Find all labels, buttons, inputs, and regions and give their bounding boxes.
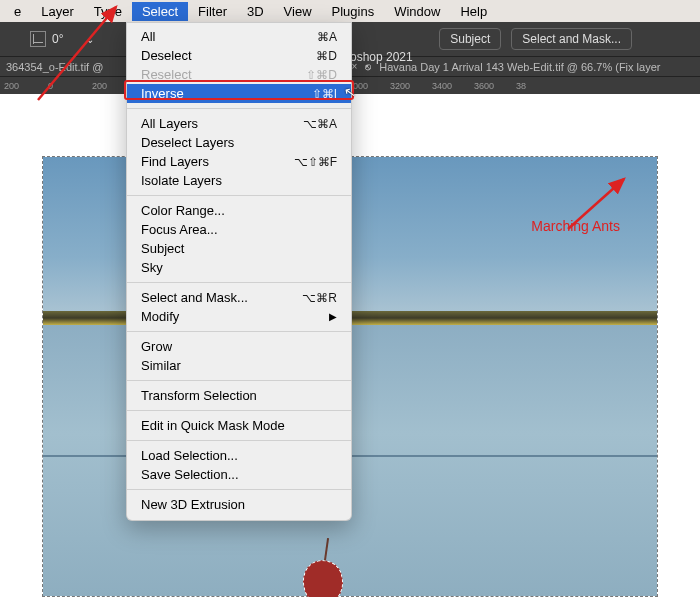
menu-item-new-3d-extrusion[interactable]: New 3D Extrusion — [127, 495, 351, 514]
menu-item-select-and-mask[interactable]: Select and Mask...⌥⌘R — [127, 288, 351, 307]
menu-item-shortcut: ⌥⌘A — [303, 117, 337, 131]
menu-item-label: Isolate Layers — [141, 173, 222, 188]
menu-item-isolate-layers[interactable]: Isolate Layers — [127, 171, 351, 190]
ruler-tick: 0 — [48, 81, 92, 91]
menu-item-3d[interactable]: 3D — [237, 2, 274, 21]
menu-item-similar[interactable]: Similar — [127, 356, 351, 375]
annotation-label: Marching Ants — [531, 218, 620, 234]
ruler-tick: 3400 — [432, 81, 474, 91]
menu-item-label: All Layers — [141, 116, 198, 131]
menu-item-label: Deselect Layers — [141, 135, 234, 150]
select-subject-button[interactable]: Subject — [439, 28, 501, 50]
chevron-down-icon[interactable]: ⌄ — [86, 34, 94, 45]
menu-item-label: New 3D Extrusion — [141, 497, 245, 512]
menu-item-save-selection[interactable]: Save Selection... — [127, 465, 351, 484]
submenu-arrow-icon: ▶ — [329, 311, 337, 322]
menu-item-focus-area[interactable]: Focus Area... — [127, 220, 351, 239]
menu-item-select[interactable]: Select — [132, 2, 188, 21]
menu-item-label: All — [141, 29, 155, 44]
menu-item-layer[interactable]: Layer — [31, 2, 84, 21]
ruler-tick: 200 — [4, 81, 48, 91]
menu-item-label: Transform Selection — [141, 388, 257, 403]
menu-item-deselect[interactable]: Deselect⌘D — [127, 46, 351, 65]
menu-item-view[interactable]: View — [274, 2, 322, 21]
menu-item-sky[interactable]: Sky — [127, 258, 351, 277]
menu-item-load-selection[interactable]: Load Selection... — [127, 446, 351, 465]
menu-item-label: Focus Area... — [141, 222, 218, 237]
menu-item-label: Modify — [141, 309, 179, 324]
menu-item-type[interactable]: Type — [84, 2, 132, 21]
menu-item-help[interactable]: Help — [450, 2, 497, 21]
menu-item-label: Deselect — [141, 48, 192, 63]
menu-item-shortcut: ⌘A — [317, 30, 337, 44]
menu-item-label: Save Selection... — [141, 467, 239, 482]
menu-item-all-layers[interactable]: All Layers⌥⌘A — [127, 114, 351, 133]
menu-item-label: Similar — [141, 358, 181, 373]
menu-item-label: Grow — [141, 339, 172, 354]
ruler-tick: 3200 — [390, 81, 432, 91]
menu-item-label: Inverse — [141, 86, 184, 101]
menu-item-shortcut: ⌘D — [316, 49, 337, 63]
menu-item-plugins[interactable]: Plugins — [322, 2, 385, 21]
image-leaf-selection — [303, 534, 349, 597]
menu-item-label: Find Layers — [141, 154, 209, 169]
menubar: e Layer Type Select Filter 3D View Plugi… — [0, 0, 700, 22]
menu-item-subject[interactable]: Subject — [127, 239, 351, 258]
menu-item-deselect-layers[interactable]: Deselect Layers — [127, 133, 351, 152]
menu-item-all[interactable]: All⌘A — [127, 27, 351, 46]
menu-item-label: Subject — [141, 241, 184, 256]
menu-item-shortcut: ⇧⌘D — [306, 68, 337, 82]
menu-item-label: Select and Mask... — [141, 290, 248, 305]
menu-item-label: Color Range... — [141, 203, 225, 218]
tab-1-title[interactable]: 364354_o-Edit.tif @ — [6, 61, 103, 73]
menu-item-shortcut: ⇧⌘I — [312, 87, 337, 101]
select-menu-dropdown: All⌘ADeselect⌘DReselect⇧⌘DInverse⇧⌘IAll … — [126, 22, 352, 521]
menu-item-shortcut: ⌥⌘R — [302, 291, 337, 305]
menu-item-edit-in-quick-mask-mode[interactable]: Edit in Quick Mask Mode — [127, 416, 351, 435]
ruler-tick: 3600 — [474, 81, 516, 91]
menu-item-window[interactable]: Window — [384, 2, 450, 21]
menu-item-color-range[interactable]: Color Range... — [127, 201, 351, 220]
menu-item-grow[interactable]: Grow — [127, 337, 351, 356]
select-and-mask-button[interactable]: Select and Mask... — [511, 28, 632, 50]
menu-item-filter[interactable]: Filter — [188, 2, 237, 21]
angle-icon — [30, 31, 46, 47]
angle-input[interactable] — [52, 32, 80, 46]
menu-item-find-layers[interactable]: Find Layers⌥⇧⌘F — [127, 152, 351, 171]
menu-item-transform-selection[interactable]: Transform Selection — [127, 386, 351, 405]
ruler-tick: 38 — [516, 81, 558, 91]
menu-item-shortcut: ⌥⇧⌘F — [294, 155, 337, 169]
menu-item-modify[interactable]: Modify▶ — [127, 307, 351, 326]
menu-item-label: Sky — [141, 260, 163, 275]
tab-2-title[interactable]: Havana Day 1 Arrival 143 Web-Edit.tif @ … — [379, 61, 660, 73]
menu-item-label: Edit in Quick Mask Mode — [141, 418, 285, 433]
menu-item-reselect: Reselect⇧⌘D — [127, 65, 351, 84]
menu-item-label: Reselect — [141, 67, 192, 82]
cursor-icon: ↖ — [343, 83, 358, 101]
menu-item-label: Load Selection... — [141, 448, 238, 463]
menu-item-inverse[interactable]: Inverse⇧⌘I — [127, 84, 351, 103]
menu-item-edit-partial[interactable]: e — [4, 2, 31, 21]
